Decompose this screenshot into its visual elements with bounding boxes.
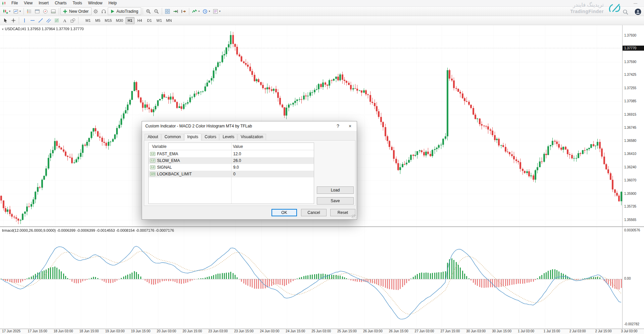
toolbar-separator bbox=[143, 8, 143, 15]
tab-about[interactable]: About bbox=[145, 134, 161, 140]
table-row-lookback_limit[interactable]: 123LOOKBACK_LIMIT0 bbox=[149, 171, 314, 177]
chart-shift-button[interactable] bbox=[180, 7, 188, 15]
table-row-slow_ema[interactable]: 1.2SLOW_EMA26.0 bbox=[149, 157, 314, 164]
time-axis-label: 3 Jul 03:00 bbox=[621, 329, 637, 333]
metaeditor-button[interactable] bbox=[92, 7, 100, 15]
crosshair-button[interactable] bbox=[9, 17, 17, 24]
tab-visualization[interactable]: Visualization bbox=[238, 134, 266, 140]
dialog-help-button[interactable]: ? bbox=[333, 121, 343, 131]
variable-value[interactable]: 12.0 bbox=[233, 151, 241, 157]
svg-text:A: A bbox=[63, 18, 66, 23]
tab-common[interactable]: Common bbox=[161, 134, 184, 140]
navigator-button[interactable] bbox=[41, 7, 49, 15]
menu-charts[interactable]: Charts bbox=[52, 0, 69, 7]
trendline-button[interactable] bbox=[37, 17, 45, 24]
dialog-close-button[interactable]: × bbox=[345, 121, 355, 131]
timeframe-h4-button[interactable]: H4 bbox=[135, 17, 144, 24]
brand-title-english: TradingFinder bbox=[570, 8, 604, 14]
price-axis-label: 1.37930 bbox=[624, 34, 636, 38]
dropdown-caret-icon: ▾ bbox=[198, 10, 200, 13]
tab-colors[interactable]: Colors bbox=[202, 134, 219, 140]
timeframe-m5-button[interactable]: M5 bbox=[93, 17, 102, 24]
vertical-line-button[interactable] bbox=[20, 17, 29, 24]
zoom-out-icon bbox=[154, 9, 159, 14]
timeframe-d1-button[interactable]: D1 bbox=[145, 17, 154, 24]
compass-icon bbox=[43, 9, 48, 14]
templates-button[interactable]: ▾ bbox=[211, 7, 222, 15]
support-button[interactable] bbox=[100, 7, 108, 15]
time-axis-label: 18 Jun 03:00 bbox=[54, 329, 73, 333]
price-axis-label: 1.36240 bbox=[624, 165, 636, 169]
one-click-trading-toggle[interactable]: ▾ bbox=[2, 27, 4, 31]
menu-insert[interactable]: Insert bbox=[36, 0, 52, 7]
time-axis-label: 20 Jun 15:00 bbox=[183, 329, 202, 333]
menu-view[interactable]: View bbox=[21, 0, 36, 7]
crosshair-icon bbox=[11, 18, 16, 23]
timeframe-h1-button[interactable]: H1 bbox=[126, 17, 135, 24]
variable-value[interactable]: 26.0 bbox=[233, 157, 241, 164]
timeframe-m15-button[interactable]: M15 bbox=[103, 17, 113, 24]
price-axis-label: 1.37085 bbox=[624, 99, 636, 103]
cursor-button[interactable] bbox=[1, 17, 9, 24]
profiles-button[interactable]: ▾ bbox=[12, 7, 22, 15]
menu-help[interactable]: Help bbox=[105, 0, 120, 7]
price-axis-label: 1.35900 bbox=[624, 192, 636, 196]
dropdown-caret-icon: ▾ bbox=[19, 10, 21, 13]
cancel-button[interactable]: Cancel bbox=[301, 209, 327, 216]
search-icon[interactable] bbox=[623, 9, 629, 15]
zoom-out-button[interactable] bbox=[152, 7, 160, 15]
terminal-button[interactable] bbox=[49, 7, 57, 15]
new-order-button[interactable]: New Order bbox=[60, 7, 92, 15]
timeframe-m1-button[interactable]: M1 bbox=[84, 17, 93, 24]
time-axis-label: 25 Jun 03:00 bbox=[311, 329, 331, 333]
vline-icon bbox=[22, 18, 27, 23]
tile-windows-button[interactable] bbox=[163, 7, 171, 15]
horizontal-line-button[interactable] bbox=[29, 17, 37, 24]
menu-window[interactable]: Window bbox=[85, 0, 106, 7]
equidistant-channel-button[interactable] bbox=[45, 17, 53, 24]
zoom-in-button[interactable] bbox=[144, 7, 152, 15]
cursor-icon bbox=[3, 18, 8, 23]
tab-levels[interactable]: Levels bbox=[219, 134, 237, 140]
dropdown-caret-icon: ▾ bbox=[219, 10, 220, 13]
load-button[interactable]: Load bbox=[317, 186, 354, 194]
account-avatar[interactable] bbox=[635, 8, 641, 15]
autotrading-button[interactable]: AutoTrading bbox=[108, 7, 141, 15]
menu-file[interactable]: File bbox=[8, 0, 21, 7]
fibonacci-retracement-button[interactable] bbox=[53, 17, 61, 24]
price-scale[interactable]: 1.379301.377701.375901.374251.372551.370… bbox=[622, 25, 644, 329]
panel-splitter[interactable] bbox=[0, 226, 644, 227]
tab-inputs[interactable]: Inputs bbox=[184, 133, 201, 141]
column-header-variable[interactable]: Variable bbox=[152, 143, 166, 150]
timeframe-w1-button[interactable]: W1 bbox=[155, 17, 164, 24]
menu-bar: FileViewInsertChartsToolsWindowHelp — bbox=[0, 0, 644, 7]
time-axis-label: 19 Jun 03:00 bbox=[105, 329, 125, 333]
table-row-fast_ema[interactable]: 1.2FAST_EMA12.0 bbox=[149, 151, 314, 157]
save-button[interactable]: Save bbox=[317, 197, 354, 205]
new-chart-button[interactable]: ▾ bbox=[1, 7, 12, 15]
auto-scroll-button[interactable] bbox=[171, 7, 180, 15]
parameter-type-icon: 1.2 bbox=[150, 165, 155, 169]
periods-button[interactable]: ▾ bbox=[201, 7, 211, 15]
menu-tools[interactable]: Tools bbox=[70, 0, 85, 7]
inputs-table-header: Variable Value bbox=[149, 143, 314, 150]
variable-value[interactable]: 0 bbox=[233, 171, 236, 177]
time-axis[interactable]: 17 Jun 202517 Jun 15:0018 Jun 03:0018 Ju… bbox=[0, 329, 644, 334]
timeframe-mn-button[interactable]: MN bbox=[164, 17, 174, 24]
indicators-button[interactable]: ▾ bbox=[191, 7, 201, 15]
macd-indicator-canvas[interactable] bbox=[0, 227, 622, 329]
data-window-button[interactable] bbox=[33, 7, 41, 15]
window-minimize-button[interactable]: — bbox=[632, 0, 639, 6]
dialog-resize-grip[interactable] bbox=[352, 214, 356, 219]
chart-doc-icon bbox=[13, 9, 18, 14]
market-watch-button[interactable] bbox=[25, 7, 33, 15]
timeframe-m30-button[interactable]: M30 bbox=[114, 17, 125, 24]
dialog-titlebar[interactable]: Custom Indicator - MACD 2 Color Histogra… bbox=[142, 121, 357, 131]
column-header-value[interactable]: Value bbox=[233, 143, 243, 150]
text-tool-button[interactable]: A bbox=[61, 17, 69, 24]
table-row-signal[interactable]: 1.2SIGNAL9.0 bbox=[149, 164, 314, 171]
variable-value[interactable]: 9.0 bbox=[233, 164, 239, 171]
shapes-tool-button[interactable] bbox=[69, 17, 77, 24]
zoom-in-icon bbox=[146, 9, 151, 14]
ok-button[interactable]: OK bbox=[271, 209, 297, 216]
